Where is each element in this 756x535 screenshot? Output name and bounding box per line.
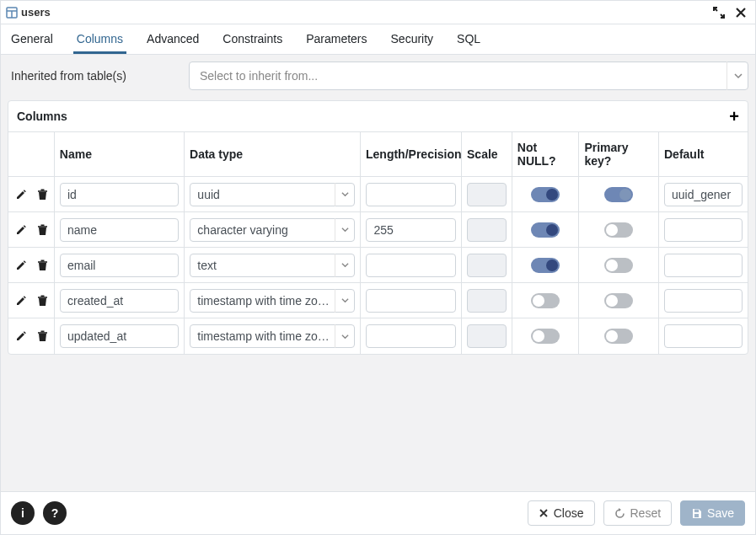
not-null-toggle[interactable]	[531, 222, 560, 238]
not-null-toggle[interactable]	[531, 258, 560, 273]
primary-key-toggle[interactable]	[604, 258, 633, 273]
trash-icon	[37, 224, 48, 236]
expand-button[interactable]	[713, 7, 725, 19]
columns-panel-title: Columns	[17, 110, 729, 123]
close-footer-button[interactable]: Close	[528, 500, 595, 526]
pencil-icon	[15, 224, 27, 236]
svg-rect-6	[40, 224, 44, 226]
save-button[interactable]: Save	[680, 500, 745, 526]
dialog-body: Inherited from table(s) Select to inheri…	[1, 55, 755, 491]
not-null-toggle[interactable]	[531, 187, 560, 202]
delete-row-button[interactable]	[35, 295, 50, 307]
plus-icon: +	[729, 107, 739, 126]
column-scale-input	[467, 254, 507, 277]
column-type-select[interactable]: character varying	[190, 218, 355, 242]
delete-row-button[interactable]	[35, 189, 50, 201]
column-default-input[interactable]	[664, 324, 743, 348]
not-null-toggle[interactable]	[531, 329, 560, 344]
column-name-input[interactable]	[60, 324, 179, 348]
table-row: timestamp with time zo…	[8, 318, 748, 354]
columns-header-row: Name Data type Length/Precision Scale No…	[8, 132, 748, 177]
col-header-name: Name	[55, 132, 185, 176]
primary-key-toggle[interactable]	[604, 329, 633, 344]
inherited-from-select[interactable]: Select to inherit from...	[189, 62, 748, 90]
col-header-pk: Primary key?	[579, 132, 659, 176]
column-type-select[interactable]: timestamp with time zo…	[190, 289, 355, 313]
column-default-input[interactable]	[664, 218, 743, 242]
reset-button[interactable]: Reset	[603, 500, 673, 526]
svg-rect-9	[38, 297, 47, 298]
edit-row-button[interactable]	[13, 330, 29, 342]
columns-panel: Columns + Name Data type Length/Precisio…	[8, 100, 748, 355]
close-button[interactable]	[735, 7, 747, 19]
help-button[interactable]: ?	[43, 501, 67, 525]
pencil-icon	[15, 330, 27, 342]
tab-columns[interactable]: Columns	[73, 25, 126, 53]
close-icon	[539, 508, 549, 518]
column-type-select[interactable]: uuid	[190, 183, 355, 206]
column-default-input[interactable]	[664, 183, 743, 206]
column-type-select[interactable]: text	[190, 254, 355, 277]
pencil-icon	[15, 259, 27, 271]
column-name-input[interactable]	[60, 218, 179, 242]
col-header-default: Default	[659, 132, 748, 176]
edit-row-button[interactable]	[13, 295, 29, 307]
svg-rect-11	[38, 332, 47, 334]
column-name-input[interactable]	[60, 183, 179, 206]
column-default-input[interactable]	[664, 254, 743, 277]
inherited-from-label: Inherited from table(s)	[8, 69, 189, 83]
close-label: Close	[554, 506, 584, 520]
delete-row-button[interactable]	[35, 259, 50, 271]
chevron-down-icon[interactable]	[335, 324, 355, 348]
column-scale-input	[467, 183, 507, 206]
primary-key-toggle[interactable]	[604, 187, 633, 202]
svg-rect-14	[694, 514, 699, 517]
edit-row-button[interactable]	[13, 189, 29, 201]
column-length-input[interactable]	[366, 289, 456, 313]
dialog-footer: i ? Close Reset Save	[1, 491, 755, 534]
column-type-select[interactable]: timestamp with time zo…	[190, 324, 355, 348]
column-name-input[interactable]	[60, 289, 179, 313]
not-null-toggle[interactable]	[531, 293, 560, 308]
save-icon	[691, 508, 702, 519]
table-row: uuid	[8, 177, 748, 212]
col-header-datatype: Data type	[185, 132, 361, 176]
primary-key-toggle[interactable]	[604, 222, 633, 238]
col-header-scale: Scale	[462, 132, 512, 176]
edit-row-button[interactable]	[13, 259, 29, 271]
column-scale-input	[467, 324, 507, 348]
delete-row-button[interactable]	[35, 224, 50, 236]
svg-rect-8	[40, 259, 44, 261]
dialog-header: users	[1, 1, 755, 24]
chevron-down-icon[interactable]	[335, 254, 355, 277]
delete-row-button[interactable]	[35, 330, 50, 342]
chevron-down-icon[interactable]	[335, 218, 355, 242]
column-length-input[interactable]	[366, 324, 456, 348]
primary-key-toggle[interactable]	[604, 293, 633, 308]
tab-security[interactable]: Security	[388, 25, 437, 53]
trash-icon	[37, 189, 48, 201]
edit-row-button[interactable]	[13, 224, 29, 236]
chevron-down-icon[interactable]	[335, 289, 355, 313]
add-column-button[interactable]: +	[729, 108, 739, 125]
chevron-down-icon[interactable]	[335, 183, 355, 206]
tabs: GeneralColumnsAdvancedConstraintsParamet…	[1, 24, 755, 55]
tab-parameters[interactable]: Parameters	[303, 25, 370, 53]
column-default-input[interactable]	[664, 289, 743, 313]
inherited-from-row: Inherited from table(s) Select to inheri…	[8, 62, 748, 90]
tab-constraints[interactable]: Constraints	[219, 25, 286, 53]
col-header-length: Length/Precision	[361, 132, 462, 176]
dialog-title: users	[21, 6, 51, 19]
tab-advanced[interactable]: Advanced	[143, 25, 202, 53]
column-scale-input	[467, 289, 507, 313]
col-header-notnull: Not NULL?	[512, 132, 580, 176]
tab-sql[interactable]: SQL	[453, 25, 484, 53]
column-name-input[interactable]	[60, 254, 179, 277]
inherited-from-placeholder: Select to inherit from...	[200, 69, 318, 83]
chevron-down-icon[interactable]	[727, 62, 748, 90]
column-length-input[interactable]	[366, 218, 456, 242]
column-length-input[interactable]	[366, 254, 456, 277]
column-length-input[interactable]	[366, 183, 456, 206]
info-button[interactable]: i	[11, 501, 35, 525]
tab-general[interactable]: General	[8, 25, 56, 53]
